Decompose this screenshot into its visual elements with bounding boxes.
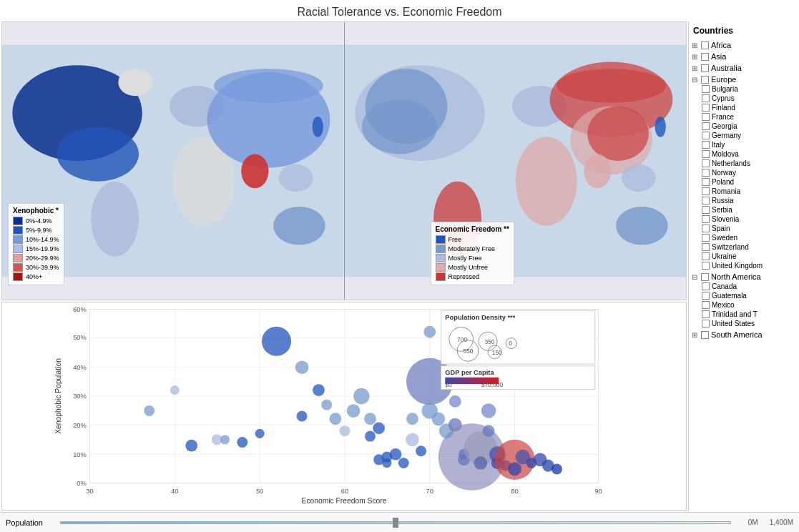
country-item-serbia[interactable]: Serbia (692, 205, 796, 215)
svg-text:60: 60 (341, 488, 348, 495)
checkbox-russia[interactable] (702, 197, 710, 205)
country-item-spain[interactable]: Spain (692, 224, 796, 233)
country-label-guatemala: Guatemala (712, 292, 747, 300)
checkbox-poland[interactable] (702, 178, 710, 186)
expand-icon-north-america[interactable]: ⊟ (692, 273, 699, 281)
country-item-united-kingdom[interactable]: United Kingdom (692, 261, 796, 270)
svg-text:20%: 20% (73, 422, 87, 429)
checkbox-bulgaria[interactable] (702, 85, 710, 93)
checkbox-finland[interactable] (702, 104, 710, 112)
checkbox-canada[interactable] (702, 282, 710, 290)
checkbox-south-america[interactable] (701, 331, 709, 339)
expand-icon-australia[interactable]: ⊞ (692, 64, 699, 72)
country-item-norway[interactable]: Norway (692, 168, 796, 177)
slider-handle[interactable] (393, 518, 398, 528)
checkbox-sweden[interactable] (702, 234, 710, 242)
checkbox-norway[interactable] (702, 169, 710, 177)
expand-icon-south-america[interactable]: ⊞ (692, 331, 699, 339)
group-label-north-america: North America (711, 272, 761, 281)
legend-color-4 (13, 254, 23, 262)
country-item-romania[interactable]: Romania (692, 187, 796, 196)
country-item-trinidad[interactable]: Trinidad and T (692, 310, 796, 319)
checkbox-united-kingdom[interactable] (702, 262, 710, 270)
econ-legend-item-2: Mostly Free (436, 254, 509, 262)
checkbox-cyprus[interactable] (702, 94, 710, 102)
checkbox-germany[interactable] (702, 132, 710, 139)
checkbox-asia[interactable] (701, 53, 709, 61)
checkbox-romania[interactable] (702, 187, 710, 195)
svg-text:Population Density ***: Population Density *** (445, 314, 515, 321)
checkbox-georgia[interactable] (702, 122, 710, 130)
svg-point-8 (241, 154, 268, 188)
checkbox-switzerland[interactable] (702, 243, 710, 251)
economic-legend-title: Economic Freedom ** (436, 225, 509, 233)
svg-point-10 (273, 207, 325, 245)
econ-legend-item-1: Moderately Free (436, 245, 509, 253)
population-slider-container (60, 518, 731, 528)
checkbox-italy[interactable] (702, 141, 710, 149)
checkbox-europe[interactable] (701, 76, 709, 84)
checkbox-mexico[interactable] (702, 301, 710, 309)
checkbox-guatemala[interactable] (702, 292, 710, 300)
legend-item-4: 20%-29.9% (13, 254, 59, 262)
svg-text:80: 80 (511, 488, 518, 495)
country-item-sweden[interactable]: Sweden (692, 233, 796, 242)
group-header-australia[interactable]: ⊞ Australia (692, 63, 796, 73)
country-item-germany[interactable]: Germany (692, 131, 796, 140)
country-item-guatemala[interactable]: Guatemala (692, 291, 796, 300)
checkbox-ukraine[interactable] (702, 252, 710, 260)
group-header-europe[interactable]: ⊟ Europe (692, 74, 796, 84)
country-item-france[interactable]: France (692, 112, 796, 122)
country-label-italy: Italy (712, 141, 725, 149)
group-header-asia[interactable]: ⊞ Asia (692, 51, 796, 61)
checkbox-united-states[interactable] (702, 320, 710, 327)
svg-point-69 (313, 384, 325, 396)
svg-text:10%: 10% (73, 451, 87, 458)
svg-text:GDP per Capita: GDP per Capita (445, 369, 494, 376)
checkbox-slovenia[interactable] (702, 215, 710, 223)
group-label-south-america: South America (711, 330, 763, 339)
group-header-south-america[interactable]: ⊞ South America (692, 330, 796, 340)
country-label-united-states: United States (712, 320, 755, 327)
country-item-netherlands[interactable]: Netherlands (692, 159, 796, 168)
country-item-moldova[interactable]: Moldova (692, 149, 796, 159)
checkbox-spain[interactable] (702, 225, 710, 232)
legend-color-2 (13, 235, 23, 244)
country-item-united-states[interactable]: United States (692, 319, 796, 328)
group-header-north-america[interactable]: ⊟ North America (692, 272, 796, 282)
country-item-georgia[interactable]: Georgia (692, 122, 796, 131)
checkbox-trinidad[interactable] (702, 310, 710, 318)
group-header-africa[interactable]: ⊞ Africa (692, 40, 796, 50)
country-item-mexico[interactable]: Mexico (692, 300, 796, 310)
checkbox-australia[interactable] (701, 64, 709, 72)
country-item-switzerland[interactable]: Switzerland (692, 242, 796, 252)
expand-icon-europe[interactable]: ⊟ (692, 76, 699, 84)
checkbox-netherlands[interactable] (702, 159, 710, 167)
country-item-cyprus[interactable]: Cyprus (692, 94, 796, 103)
group-label-australia: Australia (711, 64, 742, 72)
legend-label-4: 20%-29.9% (26, 255, 59, 262)
expand-icon-africa[interactable]: ⊞ (692, 41, 699, 49)
country-item-poland[interactable]: Poland (692, 177, 796, 187)
country-item-bulgaria[interactable]: Bulgaria (692, 84, 796, 94)
country-label-norway: Norway (712, 169, 736, 177)
svg-point-23 (584, 154, 611, 188)
country-label-sweden: Sweden (712, 234, 737, 242)
country-item-ukraine[interactable]: Ukraine (692, 252, 796, 261)
checkbox-moldova[interactable] (702, 150, 710, 158)
checkbox-north-america[interactable] (701, 273, 709, 281)
group-label-asia: Asia (711, 52, 726, 61)
checkbox-france[interactable] (702, 113, 710, 121)
checkbox-serbia[interactable] (702, 206, 710, 214)
svg-text:$0: $0 (445, 381, 452, 388)
country-label-switzerland: Switzerland (712, 243, 749, 251)
country-item-slovenia[interactable]: Slovenia (692, 215, 796, 224)
checkbox-africa[interactable] (701, 41, 709, 49)
expand-icon-asia[interactable]: ⊞ (692, 53, 699, 61)
bottom-bar: Population 0M 1,400M (0, 512, 799, 532)
country-item-finland[interactable]: Finland (692, 103, 796, 112)
country-item-russia[interactable]: Russia (692, 196, 796, 205)
svg-text:350: 350 (484, 338, 494, 345)
country-item-italy[interactable]: Italy (692, 140, 796, 149)
country-item-canada[interactable]: Canada (692, 282, 796, 291)
